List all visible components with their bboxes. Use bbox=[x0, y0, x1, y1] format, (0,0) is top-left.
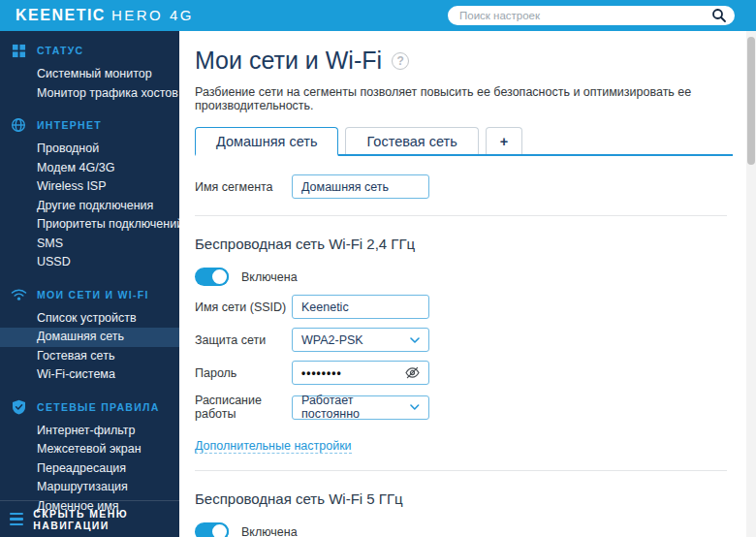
hamburger-icon bbox=[10, 513, 23, 526]
segment-name-input[interactable] bbox=[292, 174, 429, 199]
add-segment-tab[interactable]: + bbox=[486, 127, 522, 154]
sidebar-item-home-network[interactable]: Домашняя сеть bbox=[0, 328, 179, 347]
chevron-down-icon bbox=[410, 337, 420, 343]
sidebar-item-connection-priorities[interactable]: Приоритеты подключений bbox=[0, 215, 179, 235]
security-select[interactable]: WPA2-PSK bbox=[292, 328, 429, 352]
sidebar-item-guest-network[interactable]: Гостевая сеть bbox=[0, 347, 179, 366]
section-title: СТАТУС bbox=[37, 45, 83, 56]
section-divider bbox=[195, 215, 727, 216]
sidebar-item-other-connections[interactable]: Другие подключения bbox=[0, 197, 179, 216]
page-title: Мои сети и Wi-Fi ? bbox=[195, 47, 727, 75]
chevron-down-icon bbox=[410, 404, 420, 410]
search-input[interactable] bbox=[459, 10, 711, 21]
password-value: •••••••• bbox=[301, 366, 342, 380]
wifi-icon bbox=[10, 286, 27, 303]
sidebar-section-network-rules: СЕТЕВЫЕ ПРАВИЛА bbox=[0, 397, 179, 417]
main-panel: Мои сети и Wi-Fi ? Разбиение сети на сег… bbox=[179, 31, 756, 537]
ssid-input[interactable] bbox=[292, 295, 429, 319]
sidebar-item-internet-filter[interactable]: Интернет-фильтр bbox=[0, 422, 179, 441]
brand-model: HERO 4G bbox=[111, 7, 194, 23]
page-description: Разбиение сети на сегменты позволяет пов… bbox=[195, 85, 727, 112]
password-field[interactable]: •••••••• bbox=[292, 361, 429, 385]
sidebar-item-system-monitor[interactable]: Системный монитор bbox=[0, 65, 179, 84]
schedule-select[interactable]: Работает постоянно bbox=[292, 395, 429, 420]
sidebar-nav: СТАТУС Системный монитор Монитор трафика… bbox=[0, 31, 179, 537]
wifi24-advanced-settings-link[interactable]: Дополнительные настройки bbox=[195, 439, 352, 454]
wifi24-section-title: Беспроводная сеть Wi-Fi 2,4 ГГц bbox=[195, 236, 727, 252]
sidebar-item-wireless-isp[interactable]: Wireless ISP bbox=[0, 177, 179, 197]
sidebar-item-ussd[interactable]: USSD bbox=[0, 253, 179, 272]
segment-name-label: Имя сегмента bbox=[195, 180, 292, 194]
sidebar-section-my-networks: МОИ СЕТИ И WI-FI bbox=[0, 285, 179, 304]
eye-slash-icon[interactable] bbox=[405, 366, 420, 379]
scrollbar-thumb[interactable] bbox=[747, 37, 755, 165]
sidebar-item-modem-4g3g[interactable]: Модем 4G/3G bbox=[0, 159, 179, 178]
segment-tabs: Домашняя сеть Гостевая сеть + bbox=[195, 127, 733, 156]
sidebar-item-firewall[interactable]: Межсетевой экран bbox=[0, 440, 179, 459]
sidebar-item-wifi-system[interactable]: Wi-Fi-система bbox=[0, 365, 179, 385]
wifi5-enabled-toggle[interactable] bbox=[195, 522, 229, 537]
password-label: Пароль bbox=[195, 366, 292, 380]
sidebar-item-sms[interactable]: SMS bbox=[0, 235, 179, 254]
scrollbar-track[interactable] bbox=[746, 31, 756, 537]
sidebar-item-routing[interactable]: Маршрутизация bbox=[0, 478, 179, 497]
schedule-label: Расписание работы bbox=[195, 394, 292, 421]
tab-home-network[interactable]: Домашняя сеть bbox=[195, 127, 338, 156]
dashboard-icon bbox=[10, 42, 27, 59]
sidebar-section-status: СТАТУС bbox=[0, 41, 179, 60]
wifi24-enabled-toggle[interactable] bbox=[195, 268, 229, 286]
brand-keenetic: KEENETIC bbox=[16, 7, 106, 23]
hide-navigation-label: СКРЫТЬ МЕНЮ НАВИГАЦИИ bbox=[33, 508, 179, 531]
wifi5-toggle-label: Включена bbox=[241, 525, 298, 537]
top-bar: KEENETICHERO 4G bbox=[0, 0, 756, 31]
section-title: СЕТЕВЫЕ ПРАВИЛА bbox=[37, 401, 160, 413]
security-label: Защита сети bbox=[195, 333, 292, 347]
sidebar-section-internet: ИНТЕРНЕТ bbox=[0, 115, 179, 135]
search-box[interactable] bbox=[448, 6, 735, 25]
search-icon[interactable] bbox=[711, 8, 727, 23]
tab-guest-network[interactable]: Гостевая сеть bbox=[345, 127, 478, 154]
section-title: МОИ СЕТИ И WI-FI bbox=[37, 289, 149, 300]
sidebar-item-port-forwarding[interactable]: Переадресация bbox=[0, 459, 179, 479]
wifi24-toggle-label: Включена bbox=[241, 270, 298, 284]
section-title: ИНТЕРНЕТ bbox=[37, 119, 102, 131]
wifi5-section-title: Беспроводная сеть Wi-Fi 5 ГГц bbox=[195, 490, 727, 507]
globe-icon bbox=[10, 116, 27, 134]
section-divider bbox=[195, 470, 727, 471]
sidebar-item-wired[interactable]: Проводной bbox=[0, 140, 179, 159]
ssid-label: Имя сети (SSID) bbox=[195, 300, 292, 314]
brand-logo: KEENETICHERO 4G bbox=[16, 7, 194, 24]
sidebar-item-device-list[interactable]: Список устройств bbox=[0, 309, 179, 329]
shield-icon bbox=[10, 398, 27, 416]
sidebar-item-host-traffic-monitor[interactable]: Монитор трафика хостов bbox=[0, 84, 179, 104]
help-icon[interactable]: ? bbox=[392, 52, 409, 70]
hide-navigation-button[interactable]: СКРЫТЬ МЕНЮ НАВИГАЦИИ bbox=[0, 500, 179, 537]
